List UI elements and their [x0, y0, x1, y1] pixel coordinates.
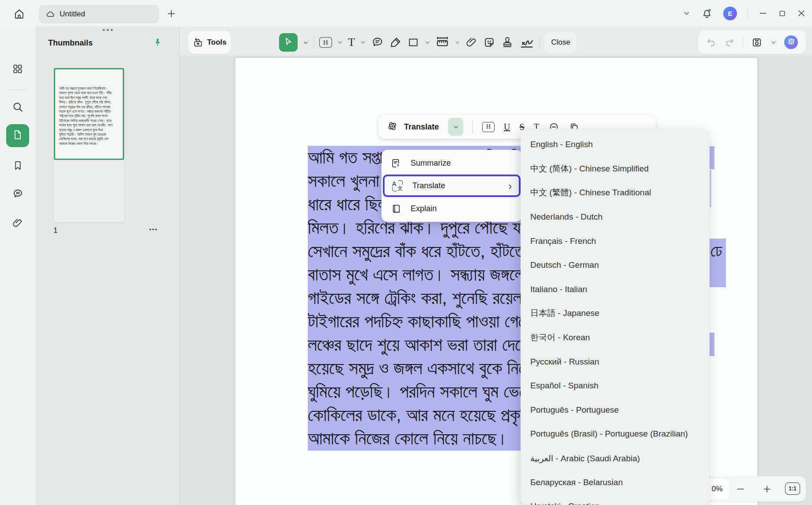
select-tool-button[interactable] [279, 33, 298, 52]
sticker-tool-button[interactable] [483, 36, 496, 49]
measure-tool-dropdown[interactable] [454, 39, 461, 46]
page-icon [12, 129, 23, 142]
shape-tool-dropdown[interactable] [424, 39, 431, 46]
tools-button[interactable]: Tools [188, 31, 231, 54]
sticker-icon [483, 36, 496, 49]
collapse-toolbar-button[interactable] [683, 9, 691, 17]
thumbnails-panel-title: Thumbnails [48, 38, 93, 48]
language-option-arabic[interactable]: العربية - Arabic (Saudi Arabia) [521, 446, 710, 471]
toolbar-right-divider [743, 38, 743, 47]
new-tab-button[interactable] [165, 8, 178, 20]
language-option-korean[interactable]: 한국어 - Korean [521, 326, 710, 350]
home-button[interactable] [11, 5, 27, 22]
notifications-button[interactable] [701, 8, 713, 19]
ai-sparkle-icon [386, 120, 398, 134]
chevron-down-icon [453, 124, 459, 130]
underline-action-button[interactable]: U [504, 122, 510, 131]
avatar[interactable]: E [723, 7, 737, 20]
sidebar-item-overview[interactable] [6, 57, 29, 80]
redo-button[interactable] [724, 37, 735, 48]
save-icon [751, 37, 763, 48]
zoom-in-button[interactable] [761, 483, 773, 495]
left-icon-rail [0, 27, 35, 505]
highlight-fragment-glyph: ঢে [710, 239, 726, 263]
plus-icon [762, 484, 772, 494]
zoom-out-button[interactable] [735, 483, 746, 495]
select-tool-dropdown[interactable] [302, 39, 309, 46]
language-option-croatian[interactable]: Hrvatski - Croatian [521, 494, 710, 505]
actual-size-button[interactable]: 1:1 [785, 482, 800, 495]
menu-item-label: Explain [411, 204, 437, 213]
highlight-tool-button[interactable]: H [319, 37, 332, 48]
language-option-portuguese-brazilian[interactable]: Português (Brasil) - Portuguese (Brazili… [521, 422, 710, 446]
ai-context-menu: Summarize A文 Translate › Explain [381, 150, 522, 222]
language-option-russian[interactable]: Русский - Russian [521, 349, 710, 374]
signature-icon [519, 34, 535, 50]
language-option-french[interactable]: Français - French [521, 229, 710, 253]
ai-assistant-button[interactable] [784, 35, 798, 49]
language-option-dutch[interactable]: Nederlands - Dutch [521, 205, 710, 229]
pencil-tool-button[interactable] [389, 36, 402, 49]
highlight-tool-dropdown[interactable] [337, 39, 343, 46]
ruler-icon [435, 35, 449, 49]
undo-button[interactable] [706, 37, 717, 48]
menu-item-summarize[interactable]: Summarize [381, 152, 522, 174]
maximize-icon [778, 9, 786, 18]
chevron-down-icon [683, 9, 691, 17]
measure-tool-button[interactable] [435, 35, 449, 49]
document-tab[interactable]: Untitled [39, 5, 159, 23]
stamp-icon [501, 36, 514, 49]
page-number: 1 [53, 226, 57, 235]
language-option-portuguese[interactable]: Português - Portuguese [521, 398, 710, 422]
highlight-fragment [710, 146, 714, 169]
shape-tool-button[interactable] [407, 36, 419, 49]
sidebar-item-attachments[interactable] [6, 212, 29, 235]
language-option-spanish[interactable]: Español - Spanish [521, 374, 710, 398]
language-option-japanese[interactable]: 日本語 - Japanese [521, 301, 710, 326]
chevron-right-icon: › [509, 181, 512, 192]
grid-icon [12, 63, 23, 75]
attachment-tool-button[interactable] [465, 36, 478, 49]
titlebar-right-cluster: E [683, 0, 806, 27]
paperclip-icon [12, 217, 23, 229]
stamp-tool-button[interactable] [501, 36, 514, 49]
sidebar-item-search[interactable] [6, 95, 29, 118]
highlight-action-button[interactable]: H [482, 122, 495, 132]
translate-options-dropdown[interactable] [448, 118, 463, 136]
minimize-button[interactable] [759, 9, 767, 18]
pin-panel-button[interactable] [153, 37, 162, 49]
save-dropdown[interactable] [770, 39, 777, 46]
language-option-german[interactable]: Deutsch - German [521, 253, 710, 277]
translate-quick-button[interactable]: Translate [404, 122, 439, 132]
close-tools-button[interactable]: Close [545, 32, 577, 53]
save-button[interactable] [751, 37, 763, 48]
bell-icon [701, 8, 713, 19]
text-tool-button[interactable]: T [348, 37, 355, 48]
menu-item-explain[interactable]: Explain [381, 198, 522, 219]
minus-icon [736, 484, 745, 494]
language-option-english[interactable]: English - English [521, 133, 710, 157]
language-option-chinese-simplified[interactable]: 中文 (简体) - Chinese Simplified [521, 157, 710, 181]
panel-drag-handle[interactable]: ••• [102, 26, 114, 34]
sidebar-item-thumbnails[interactable] [6, 124, 29, 147]
menu-item-label: Summarize [411, 159, 451, 168]
undo-icon [706, 37, 717, 48]
page-options-button[interactable]: ••• [149, 226, 158, 233]
maximize-button[interactable] [778, 9, 786, 18]
thumbnail-viewport-frame [54, 68, 124, 160]
minimize-icon [759, 9, 767, 18]
titlebar-separator [748, 8, 748, 18]
comment-tool-button[interactable] [371, 36, 384, 49]
language-option-italian[interactable]: Italiano - Italian [521, 277, 710, 302]
close-window-button[interactable] [797, 9, 806, 18]
signature-tool-button[interactable] [519, 34, 535, 50]
language-option-belarusian[interactable]: Беларуская - Belarusian [521, 470, 710, 494]
sidebar-item-comments[interactable] [6, 182, 29, 205]
sidebar-item-bookmarks[interactable] [6, 154, 29, 177]
page-thumbnail[interactable]: আমি গত সপ্তাহে সুন্দরবন ভ্রমণে গিয়েছিলা… [54, 68, 124, 222]
app-window: Untitled E [0, 0, 812, 505]
text-tool-dropdown[interactable] [360, 39, 366, 46]
menu-item-translate[interactable]: A文 Translate › [383, 175, 521, 197]
language-option-chinese-traditional[interactable]: 中文 (繁體) - Chinese Traditional [521, 181, 710, 205]
sidebar-item-appearance[interactable] [6, 502, 29, 505]
